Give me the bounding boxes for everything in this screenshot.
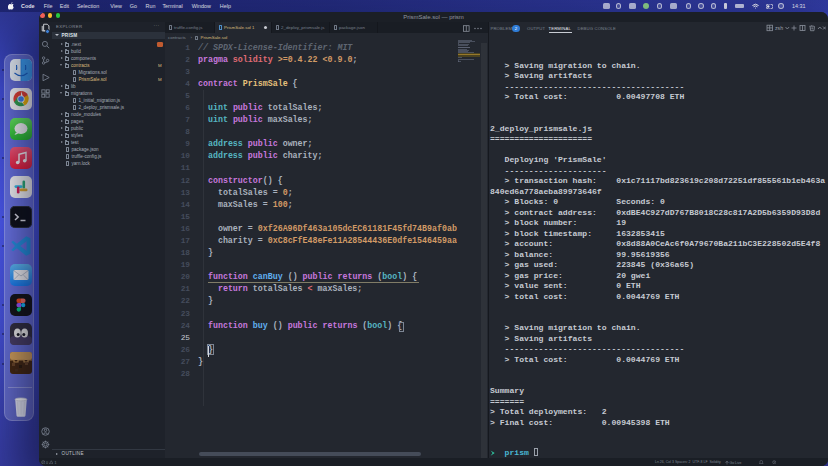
svg-text:zsh: zsh	[775, 25, 783, 31]
